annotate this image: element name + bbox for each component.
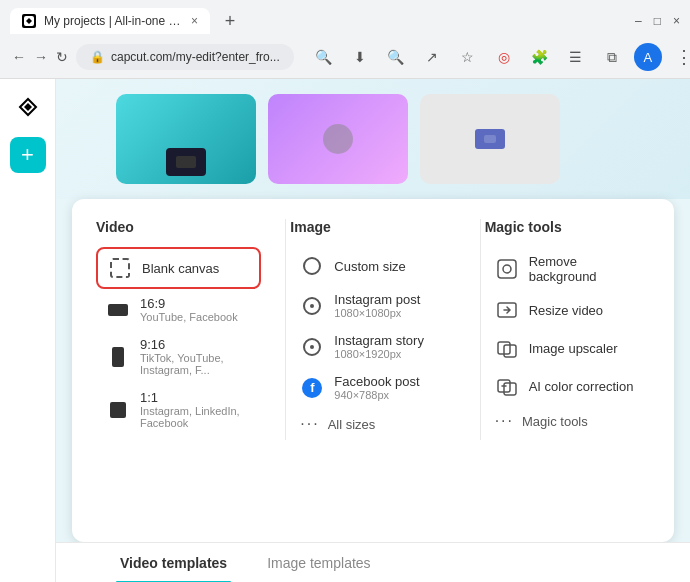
image-upscaler-text: Image upscaler xyxy=(529,341,618,356)
magic-more-dots-icon: ··· xyxy=(495,412,514,430)
bookmark-icon[interactable]: ☆ xyxy=(454,43,482,71)
instagram-story-item[interactable]: Instagram story 1080×1920px xyxy=(290,326,455,367)
tab-close-button[interactable]: × xyxy=(191,14,198,28)
16-9-sublabel: YouTube, Facebook xyxy=(140,311,238,323)
browser-tab[interactable]: My projects | All-in-one video ec... × xyxy=(10,8,210,34)
magic-tools-more-item[interactable]: ··· Magic tools xyxy=(485,405,650,437)
magic-column: Magic tools Remove background xyxy=(485,219,650,440)
instagram-post-label: Instagram post xyxy=(334,292,420,307)
instagram-story-text: Instagram story 1080×1920px xyxy=(334,333,424,360)
instagram-post-sublabel: 1080×1080px xyxy=(334,307,420,319)
image-upscaler-label: Image upscaler xyxy=(529,341,618,356)
dropdown-columns: Video Blank canvas xyxy=(96,219,650,440)
blank-canvas-label: Blank canvas xyxy=(142,261,219,276)
video-column: Video Blank canvas xyxy=(96,219,281,440)
remove-bg-item[interactable]: Remove background xyxy=(485,247,650,291)
image-col-header: Image xyxy=(290,219,455,235)
facebook-post-label: Facebook post xyxy=(334,374,419,389)
custom-size-label: Custom size xyxy=(334,259,406,274)
1-1-text: 1:1 Instagram, LinkedIn, Facebook xyxy=(140,390,251,429)
back-button[interactable]: ← xyxy=(12,43,26,71)
all-sizes-item[interactable]: ··· All sizes xyxy=(290,408,455,440)
magic-tools-more-label: Magic tools xyxy=(522,414,588,429)
tab-video-templates[interactable]: Video templates xyxy=(116,543,231,582)
9-16-label: 9:16 xyxy=(140,337,251,352)
search-icon[interactable]: 🔍 xyxy=(310,43,338,71)
custom-size-item[interactable]: Custom size xyxy=(290,247,455,285)
profile-icon[interactable]: A xyxy=(634,43,662,71)
forward-button[interactable]: → xyxy=(34,43,48,71)
ai-color-label: AI color correction xyxy=(529,379,634,394)
download-icon[interactable]: ⬇ xyxy=(346,43,374,71)
minimize-button[interactable]: – xyxy=(635,14,642,28)
9-16-text: 9:16 TikTok, YouTube, Instagram, F... xyxy=(140,337,251,376)
split-view-icon[interactable]: ⧉ xyxy=(598,43,626,71)
template-carousel xyxy=(56,79,690,199)
16-9-icon xyxy=(106,298,130,322)
instagram-post-item[interactable]: Instagram post 1080×1080px xyxy=(290,285,455,326)
carousel-item-1[interactable] xyxy=(116,94,256,184)
facebook-post-icon: f xyxy=(300,376,324,400)
9-16-icon xyxy=(106,345,130,369)
carousel-item-3[interactable] xyxy=(420,94,560,184)
more-options-icon[interactable]: ⋮ xyxy=(670,43,690,71)
1-1-item[interactable]: 1:1 Instagram, LinkedIn, Facebook xyxy=(96,383,261,436)
facebook-post-text: Facebook post 940×788px xyxy=(334,374,419,401)
blank-canvas-icon xyxy=(108,256,132,280)
video-col-header: Video xyxy=(96,219,261,235)
more-dots-icon: ··· xyxy=(300,415,319,433)
tab-favicon xyxy=(22,14,36,28)
9-16-sublabel: TikTok, YouTube, Instagram, F... xyxy=(140,352,251,376)
1-1-sublabel: Instagram, LinkedIn, Facebook xyxy=(140,405,251,429)
puzzle-icon[interactable]: 🧩 xyxy=(526,43,554,71)
instagram-story-icon xyxy=(300,335,324,359)
facebook-post-sublabel: 940×788px xyxy=(334,389,419,401)
1-1-label: 1:1 xyxy=(140,390,251,405)
custom-size-text: Custom size xyxy=(334,259,406,274)
window-controls: – □ × xyxy=(635,14,680,28)
9-16-item[interactable]: 9:16 TikTok, YouTube, Instagram, F... xyxy=(96,330,261,383)
browser-toolbar: 🔍 ⬇ 🔍 ↗ ☆ ◎ 🧩 ☰ ⧉ A ⋮ xyxy=(310,43,690,71)
instagram-story-label: Instagram story xyxy=(334,333,424,348)
sidebar: + xyxy=(0,79,56,582)
resize-video-text: Resize video xyxy=(529,303,603,318)
instagram-story-sublabel: 1080×1920px xyxy=(334,348,424,360)
reload-button[interactable]: ↻ xyxy=(56,43,68,71)
share-icon[interactable]: ↗ xyxy=(418,43,446,71)
remove-bg-text: Remove background xyxy=(529,254,640,284)
new-project-button[interactable]: + xyxy=(10,137,46,173)
col-divider-1 xyxy=(285,219,286,440)
browser-chrome: My projects | All-in-one video ec... × +… xyxy=(0,0,690,79)
tab-image-templates[interactable]: Image templates xyxy=(263,543,375,582)
list-icon[interactable]: ☰ xyxy=(562,43,590,71)
tab-title: My projects | All-in-one video ec... xyxy=(44,14,183,28)
address-input[interactable]: 🔒 capcut.com/my-edit?enter_fro... xyxy=(76,44,294,70)
resize-video-icon xyxy=(495,298,519,322)
ai-color-item[interactable]: AI color correction xyxy=(485,367,650,405)
image-upscaler-icon xyxy=(495,336,519,360)
svg-rect-2 xyxy=(498,260,516,278)
resize-video-item[interactable]: Resize video xyxy=(485,291,650,329)
new-tab-button[interactable]: + xyxy=(216,7,244,35)
blank-canvas-item[interactable]: Blank canvas xyxy=(96,247,261,289)
carousel-item-2[interactable] xyxy=(268,94,408,184)
resize-video-label: Resize video xyxy=(529,303,603,318)
image-upscaler-item[interactable]: Image upscaler xyxy=(485,329,650,367)
zoom-icon[interactable]: 🔍 xyxy=(382,43,410,71)
restore-button[interactable]: □ xyxy=(654,14,661,28)
image-column: Image Custom size xyxy=(290,219,475,440)
col-divider-2 xyxy=(480,219,481,440)
capcut-logo xyxy=(10,89,46,125)
16-9-label: 16:9 xyxy=(140,296,238,311)
close-button[interactable]: × xyxy=(673,14,680,28)
16-9-item[interactable]: 16:9 YouTube, Facebook xyxy=(96,289,261,330)
target-icon[interactable]: ◎ xyxy=(490,43,518,71)
1-1-icon xyxy=(106,398,130,422)
address-text: capcut.com/my-edit?enter_fro... xyxy=(111,50,280,64)
remove-bg-label: Remove background xyxy=(529,254,640,284)
blank-canvas-text: Blank canvas xyxy=(142,261,219,276)
ai-color-text: AI color correction xyxy=(529,379,634,394)
lock-icon: 🔒 xyxy=(90,50,105,64)
ai-color-icon xyxy=(495,374,519,398)
facebook-post-item[interactable]: f Facebook post 940×788px xyxy=(290,367,455,408)
